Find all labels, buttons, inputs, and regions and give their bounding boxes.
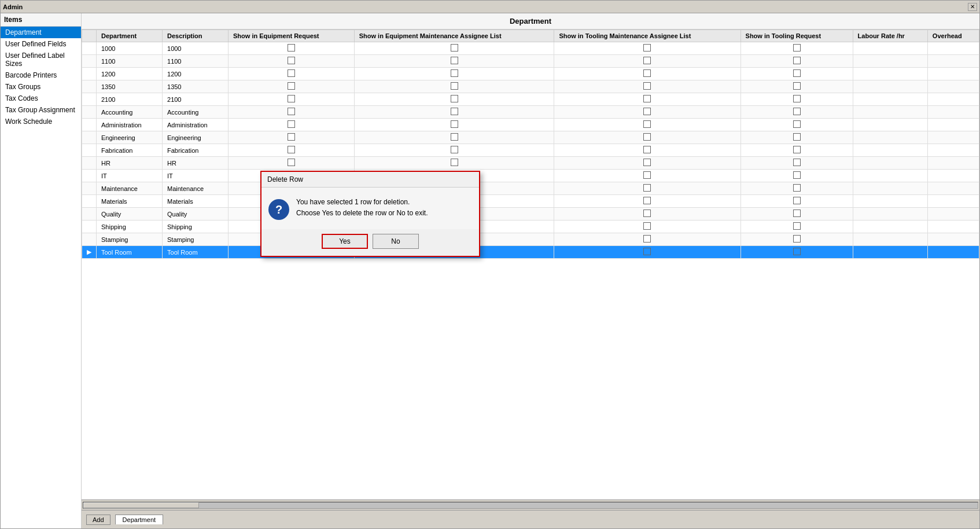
checkbox[interactable] bbox=[643, 82, 651, 90]
checkbox[interactable] bbox=[793, 120, 801, 128]
checkbox-cell-3[interactable] bbox=[740, 106, 853, 119]
sidebar-item-user-defined-label-sizes[interactable]: User Defined Label Sizes bbox=[1, 50, 81, 69]
table-row[interactable]: MaterialsMaterials bbox=[82, 195, 979, 208]
checkbox[interactable] bbox=[643, 197, 651, 204]
checkbox[interactable] bbox=[288, 57, 295, 64]
checkbox[interactable] bbox=[643, 120, 651, 128]
dialog-no-button[interactable]: No bbox=[373, 234, 419, 249]
sidebar-item-user-defined-fields[interactable]: User Defined Fields bbox=[1, 38, 81, 50]
checkbox-cell-2[interactable] bbox=[554, 106, 740, 119]
table-row[interactable]: 13501350 bbox=[82, 80, 979, 93]
checkbox[interactable] bbox=[643, 44, 651, 52]
checkbox-cell-1[interactable] bbox=[354, 68, 554, 80]
checkbox-cell-1[interactable] bbox=[354, 157, 554, 170]
checkbox[interactable] bbox=[288, 146, 295, 153]
col-show-equip-maintenance[interactable]: Show in Equipment Maintenance Assignee L… bbox=[354, 30, 554, 42]
checkbox[interactable] bbox=[451, 69, 458, 77]
add-button[interactable]: Add bbox=[86, 515, 110, 525]
checkbox[interactable] bbox=[643, 133, 651, 141]
checkbox-cell-1[interactable] bbox=[354, 106, 554, 119]
checkbox[interactable] bbox=[793, 133, 801, 141]
checkbox[interactable] bbox=[643, 222, 651, 230]
checkbox-cell-1[interactable] bbox=[354, 93, 554, 106]
checkbox-cell-1[interactable] bbox=[354, 80, 554, 93]
table-row[interactable]: AdministrationAdministration bbox=[82, 119, 979, 131]
checkbox-cell-3[interactable] bbox=[740, 119, 853, 131]
sidebar-item-tax-group-assignment[interactable]: Tax Group Assignment bbox=[1, 104, 81, 116]
checkbox-cell-3[interactable] bbox=[740, 131, 853, 144]
checkbox-cell-1[interactable] bbox=[354, 119, 554, 131]
checkbox-cell-0[interactable] bbox=[229, 119, 355, 131]
checkbox-cell-3[interactable] bbox=[740, 144, 853, 157]
checkbox[interactable] bbox=[643, 146, 651, 153]
checkbox-cell-2[interactable] bbox=[554, 221, 740, 233]
department-table-container[interactable]: Department Description Show in Equipment… bbox=[82, 30, 979, 499]
sidebar-item-barcode-printers[interactable]: Barcode Printers bbox=[1, 69, 81, 81]
table-row[interactable]: StampingStamping bbox=[82, 233, 979, 246]
checkbox-cell-3[interactable] bbox=[740, 208, 853, 221]
table-row[interactable]: 11001100 bbox=[82, 55, 979, 68]
checkbox-cell-1[interactable] bbox=[354, 144, 554, 157]
checkbox[interactable] bbox=[643, 69, 651, 77]
checkbox-cell-0[interactable] bbox=[229, 55, 355, 68]
checkbox[interactable] bbox=[288, 120, 295, 128]
checkbox-cell-2[interactable] bbox=[554, 42, 740, 55]
checkbox[interactable] bbox=[793, 159, 801, 166]
checkbox-cell-2[interactable] bbox=[554, 144, 740, 157]
checkbox[interactable] bbox=[643, 235, 651, 243]
table-row[interactable]: 10001000 bbox=[82, 42, 979, 55]
checkbox-cell-3[interactable] bbox=[740, 246, 853, 259]
horizontal-scrollbar[interactable] bbox=[82, 499, 979, 510]
checkbox-cell-3[interactable] bbox=[740, 68, 853, 80]
table-row[interactable]: EngineeringEngineering bbox=[82, 131, 979, 144]
checkbox-cell-0[interactable] bbox=[229, 42, 355, 55]
checkbox[interactable] bbox=[288, 159, 295, 166]
table-row[interactable]: ShippingShipping bbox=[82, 221, 979, 233]
checkbox-cell-2[interactable] bbox=[554, 157, 740, 170]
checkbox[interactable] bbox=[288, 69, 295, 77]
checkbox-cell-2[interactable] bbox=[554, 233, 740, 246]
checkbox-cell-2[interactable] bbox=[554, 195, 740, 208]
dialog-yes-button[interactable]: Yes bbox=[322, 234, 368, 249]
checkbox-cell-3[interactable] bbox=[740, 93, 853, 106]
checkbox-cell-2[interactable] bbox=[554, 55, 740, 68]
checkbox[interactable] bbox=[793, 44, 801, 52]
checkbox[interactable] bbox=[793, 95, 801, 102]
table-row[interactable]: ▶Tool RoomTool Room bbox=[82, 246, 979, 259]
checkbox[interactable] bbox=[451, 44, 458, 52]
checkbox-cell-2[interactable] bbox=[554, 119, 740, 131]
checkbox[interactable] bbox=[793, 69, 801, 77]
col-overhead[interactable]: Overhead bbox=[927, 30, 979, 42]
checkbox[interactable] bbox=[793, 171, 801, 179]
checkbox[interactable] bbox=[451, 82, 458, 90]
table-row[interactable]: 21002100 bbox=[82, 93, 979, 106]
checkbox-cell-0[interactable] bbox=[229, 131, 355, 144]
checkbox[interactable] bbox=[643, 57, 651, 64]
checkbox[interactable] bbox=[288, 82, 295, 90]
checkbox[interactable] bbox=[793, 146, 801, 153]
checkbox-cell-3[interactable] bbox=[740, 170, 853, 182]
checkbox[interactable] bbox=[451, 159, 458, 166]
checkbox-cell-3[interactable] bbox=[740, 195, 853, 208]
checkbox[interactable] bbox=[643, 171, 651, 179]
checkbox[interactable] bbox=[793, 248, 801, 255]
checkbox[interactable] bbox=[793, 235, 801, 243]
scrollbar-thumb[interactable] bbox=[83, 502, 199, 508]
table-row[interactable]: ITIT bbox=[82, 170, 979, 182]
table-row[interactable]: AccountingAccounting bbox=[82, 106, 979, 119]
checkbox[interactable] bbox=[451, 120, 458, 128]
close-button[interactable]: ✕ bbox=[968, 3, 977, 11]
table-row[interactable]: MaintenanceMaintenance bbox=[82, 182, 979, 195]
checkbox[interactable] bbox=[793, 210, 801, 217]
checkbox-cell-2[interactable] bbox=[554, 93, 740, 106]
checkbox-cell-2[interactable] bbox=[554, 246, 740, 259]
table-row[interactable]: FabricationFabrication bbox=[82, 144, 979, 157]
checkbox-cell-1[interactable] bbox=[354, 131, 554, 144]
checkbox-cell-3[interactable] bbox=[740, 55, 853, 68]
checkbox-cell-3[interactable] bbox=[740, 42, 853, 55]
checkbox[interactable] bbox=[288, 44, 295, 52]
checkbox-cell-0[interactable] bbox=[229, 144, 355, 157]
checkbox-cell-2[interactable] bbox=[554, 182, 740, 195]
checkbox-cell-2[interactable] bbox=[554, 208, 740, 221]
table-row[interactable]: HRHR bbox=[82, 157, 979, 170]
